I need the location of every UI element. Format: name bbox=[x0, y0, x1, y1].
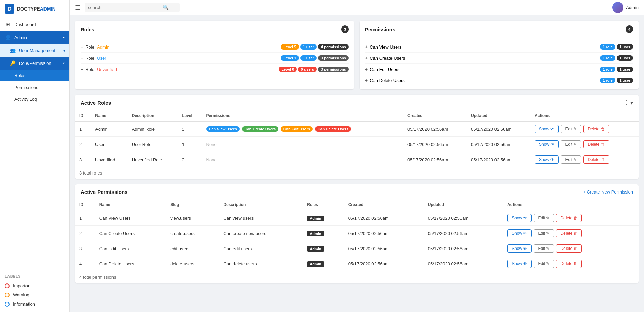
create-permission-button[interactable]: + Create New Permission bbox=[583, 189, 633, 195]
none-text: None bbox=[206, 142, 217, 147]
logo-admin: ADMIN bbox=[40, 6, 56, 12]
expand-icon[interactable]: + bbox=[81, 55, 83, 61]
show-button[interactable]: Show 👁 bbox=[507, 260, 532, 268]
cell-name: Can Create Users bbox=[95, 226, 166, 241]
roles-card-header: Roles 3 bbox=[75, 21, 354, 38]
col-name: Name bbox=[91, 111, 128, 121]
expand-icon[interactable]: + bbox=[365, 78, 368, 83]
search-input[interactable] bbox=[88, 5, 163, 10]
edit-button[interactable]: Edit ✎ bbox=[534, 214, 554, 222]
label-warning[interactable]: Warning bbox=[5, 290, 65, 299]
permissions-card: Permissions 4 + Can View Users 1 role 1 … bbox=[360, 21, 639, 89]
expand-icon[interactable]: + bbox=[81, 44, 83, 50]
label-information[interactable]: Information bbox=[5, 299, 65, 309]
expand-icon[interactable]: + bbox=[365, 44, 368, 50]
role-label: Role: User bbox=[85, 56, 106, 61]
label-information-text: Information bbox=[13, 301, 35, 307]
label-important-text: Important bbox=[13, 283, 32, 288]
admin-role-badge: Admin bbox=[307, 261, 324, 267]
cell-updated: 05/17/2020 02:56am bbox=[467, 137, 530, 152]
cell-slug: view.users bbox=[166, 210, 219, 226]
permissions-card-title: Permissions bbox=[365, 26, 395, 32]
sidebar-item-dashboard[interactable]: ⊞ Dashboard bbox=[0, 18, 69, 31]
perm-item-view: + Can View Users 1 role 1 user bbox=[365, 41, 633, 53]
dashboard-icon: ⊞ bbox=[5, 21, 11, 27]
important-dot bbox=[5, 283, 10, 288]
sidebar-item-activity-log[interactable]: Activity Log bbox=[0, 93, 69, 105]
active-roles-header: Active Roles ⋮ ▾ bbox=[75, 95, 639, 111]
cell-updated: 05/17/2020 02:56am bbox=[467, 152, 530, 167]
cell-updated: 05/17/2020 02:56am bbox=[467, 121, 530, 137]
perm-badges: 1 role 1 user bbox=[600, 44, 633, 50]
label-important[interactable]: Important bbox=[5, 281, 65, 290]
sidebar: D DOCTYPEADMIN ⊞ Dashboard 👤 Admin ▾ 👥 U… bbox=[0, 0, 70, 312]
perm-badge: 0 permissions bbox=[318, 55, 349, 61]
col-slug: Slug bbox=[166, 200, 219, 210]
col-level: Level bbox=[178, 111, 202, 121]
expand-icon[interactable]: + bbox=[365, 67, 368, 72]
expand-icon[interactable]: + bbox=[365, 55, 368, 61]
delete-button[interactable]: Delete 🗑 bbox=[556, 244, 582, 253]
cell-name: Can Edit Users bbox=[95, 241, 166, 256]
perm-tag-edit: Can Edit Users bbox=[281, 126, 313, 132]
delete-button[interactable]: Delete 🗑 bbox=[556, 260, 582, 268]
cell-roles: Admin bbox=[303, 241, 344, 256]
permissions-count-badge: 4 bbox=[626, 25, 633, 33]
perm-tag-view: Can View Users bbox=[206, 126, 240, 132]
edit-button[interactable]: Edit ✎ bbox=[534, 244, 554, 253]
col-description: Description bbox=[128, 111, 178, 121]
active-permissions-title: Active Permissions bbox=[81, 189, 127, 195]
delete-button[interactable]: Delete 🗑 bbox=[583, 125, 609, 133]
information-dot bbox=[5, 302, 10, 307]
table-row: 3 Unverified Unverified Role 0 None 05/1… bbox=[75, 152, 639, 167]
show-button[interactable]: Show 👁 bbox=[507, 229, 532, 237]
edit-button[interactable]: Edit ✎ bbox=[561, 155, 581, 164]
cell-permissions: Can View Users Can Create Users Can Edit… bbox=[202, 121, 403, 137]
show-button[interactable]: Show 👁 bbox=[535, 140, 559, 148]
delete-button[interactable]: Delete 🗑 bbox=[583, 155, 609, 164]
actions-cell: Show 👁 Edit ✎ Delete 🗑 bbox=[535, 125, 634, 133]
sidebar-item-user-management[interactable]: 👥 User Management ◂ bbox=[0, 44, 69, 57]
cell-actions: Show 👁 Edit ✎ Delete 🗑 bbox=[503, 256, 639, 272]
admin-role-badge: Admin bbox=[307, 246, 324, 252]
level-badge: Level 5 bbox=[281, 44, 299, 50]
menu-icon[interactable]: ☰ bbox=[75, 4, 81, 11]
table-row: 4 Can Delete Users delete.users Can dele… bbox=[75, 256, 639, 272]
edit-button[interactable]: Edit ✎ bbox=[534, 260, 554, 268]
sidebar-item-roles[interactable]: Roles bbox=[0, 70, 69, 81]
col-id: ID bbox=[75, 200, 95, 210]
col-created: Created bbox=[403, 111, 467, 121]
logo-text: DOCTYPEADMIN bbox=[17, 6, 56, 12]
show-button[interactable]: Show 👁 bbox=[535, 125, 559, 133]
level-badge: Level 1 bbox=[281, 55, 299, 61]
cell-actions: Show 👁 Edit ✎ Delete 🗑 bbox=[530, 137, 639, 152]
sidebar-item-admin[interactable]: 👤 Admin ▾ bbox=[0, 31, 69, 44]
user-badge: 1 user bbox=[617, 67, 633, 72]
perm-item-delete: + Can Delete Users 1 role 1 user bbox=[365, 75, 633, 86]
none-text: None bbox=[206, 157, 217, 162]
edit-button[interactable]: Edit ✎ bbox=[534, 229, 554, 237]
sidebar-item-role-permission[interactable]: 🔑 Role/Permission ▾ bbox=[0, 57, 69, 70]
cell-name: User bbox=[91, 137, 128, 152]
edit-button[interactable]: Edit ✎ bbox=[561, 140, 581, 148]
table-options[interactable]: ⋮ ▾ bbox=[624, 99, 633, 106]
expand-icon[interactable]: + bbox=[81, 67, 83, 72]
delete-button[interactable]: Delete 🗑 bbox=[556, 229, 582, 237]
show-button[interactable]: Show 👁 bbox=[507, 244, 532, 253]
perm-label: Can Edit Users bbox=[370, 67, 399, 72]
delete-button[interactable]: Delete 🗑 bbox=[583, 140, 609, 148]
show-button[interactable]: Show 👁 bbox=[507, 214, 532, 222]
edit-button[interactable]: Edit ✎ bbox=[561, 125, 581, 133]
role-name-user: User bbox=[97, 56, 106, 61]
warning-dot bbox=[5, 293, 10, 297]
show-button[interactable]: Show 👁 bbox=[535, 155, 559, 164]
cell-id: 3 bbox=[75, 241, 95, 256]
active-roles-card: Active Roles ⋮ ▾ ID Name Description Lev… bbox=[75, 95, 639, 179]
delete-button[interactable]: Delete 🗑 bbox=[556, 214, 582, 222]
sidebar-item-permissions[interactable]: Permissions bbox=[0, 81, 69, 93]
user-badge: 1 user bbox=[617, 78, 633, 83]
user-badge: 1 user bbox=[300, 44, 317, 50]
search-icon[interactable]: 🔍 bbox=[163, 5, 169, 10]
cell-updated: 05/17/2020 02:56am bbox=[424, 256, 503, 272]
cell-updated: 05/17/2020 02:56am bbox=[424, 226, 503, 241]
